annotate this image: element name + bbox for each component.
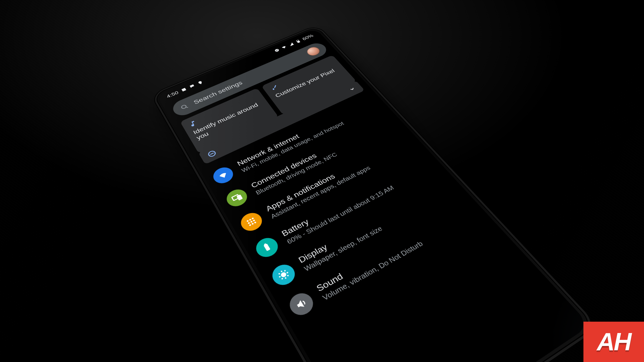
wifi-icon [210, 164, 236, 186]
search-icon [179, 103, 190, 111]
svg-point-15 [249, 224, 251, 226]
perspective-stage: 4:50 [0, 0, 644, 362]
watermark-text: AH [597, 328, 631, 356]
wifi-status-icon [280, 45, 288, 50]
chevron-down-icon [348, 86, 356, 92]
phone-screen: 4:50 [157, 28, 590, 362]
svg-point-10 [249, 219, 252, 221]
signal-icon [288, 42, 295, 47]
location-icon [196, 80, 204, 86]
dnd-icon [206, 149, 218, 158]
svg-point-17 [254, 221, 257, 224]
display-icon [269, 261, 299, 289]
profile-avatar[interactable] [305, 46, 322, 57]
message-icon [188, 84, 196, 89]
phone-body: 4:50 [150, 24, 601, 362]
svg-rect-0 [181, 88, 186, 92]
svg-rect-8 [237, 195, 242, 200]
apps-icon [238, 210, 266, 234]
sound-icon [286, 289, 317, 319]
screenshot-icon [180, 87, 187, 92]
brush-icon [269, 84, 280, 92]
svg-point-9 [246, 220, 249, 222]
battery-row-icon [253, 235, 282, 261]
svg-point-14 [253, 219, 255, 222]
status-time: 4:50 [166, 90, 179, 99]
svg-point-5 [181, 104, 187, 109]
watermark-ah: AH [583, 322, 644, 362]
devices-icon [223, 186, 250, 209]
svg-point-11 [252, 217, 254, 220]
battery-percent: 60% [301, 33, 314, 41]
dnd-status-icon [273, 48, 281, 53]
music-note-icon [187, 119, 198, 128]
svg-point-20 [281, 272, 286, 277]
svg-point-12 [248, 222, 250, 224]
svg-point-16 [251, 223, 254, 225]
battery-icon [295, 39, 302, 44]
svg-point-13 [250, 221, 253, 223]
